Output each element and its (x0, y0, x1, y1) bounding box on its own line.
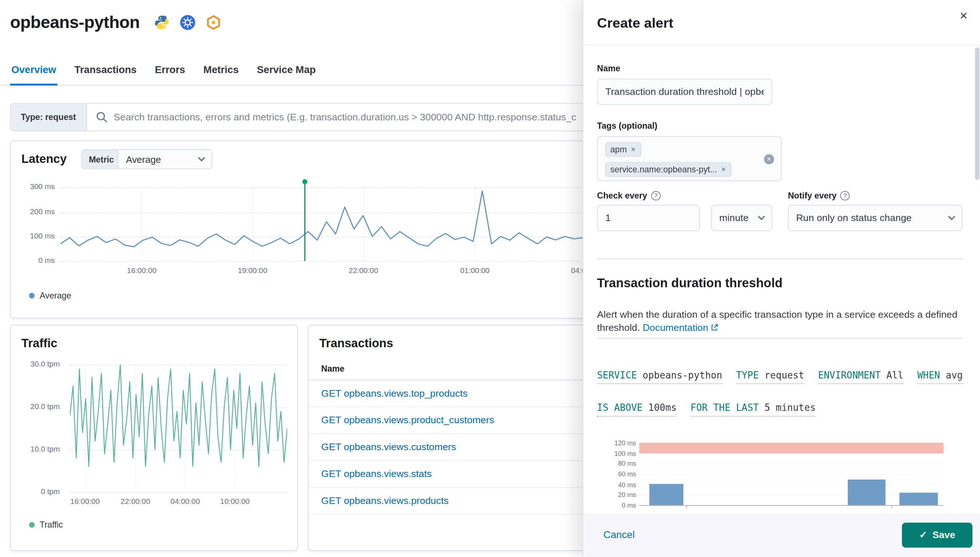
y-axis-label: 0 tpm (11, 487, 60, 496)
tab-transactions[interactable]: Transactions (73, 56, 138, 86)
python-icon (153, 15, 170, 31)
expression-environment[interactable]: ENVIRONMENT All (818, 370, 903, 384)
alert-type-description: Alert when the duration of a specific tr… (597, 308, 961, 334)
expression-keyword: SERVICE (597, 370, 637, 381)
tags-label: Tags (optional) (597, 121, 657, 130)
transaction-link[interactable]: GET opbeans.views.customers (321, 441, 456, 453)
latency-line-chart (60, 187, 583, 261)
annotation-dot[interactable] (302, 179, 307, 184)
y-axis-label: 40 ms (583, 480, 636, 488)
preview-bar (899, 493, 938, 505)
tag-label: apm (610, 145, 627, 154)
traffic-panel-title: Traffic (21, 337, 57, 350)
clear-tags-icon[interactable]: ✕ (764, 154, 774, 164)
check-every-unit-select[interactable]: minute (711, 205, 772, 231)
expression-value: 100ms (648, 402, 677, 414)
select-value: Run only on status change (796, 212, 912, 223)
threshold-preview-chart: 120 ms 100 ms 80 ms 60 ms 40 ms 20 ms 0 … (583, 437, 980, 509)
chevron-down-icon (758, 213, 765, 220)
x-axis-label: 04:00:00 (163, 497, 207, 506)
expression-service[interactable]: SERVICE opbeans-python (597, 370, 722, 384)
y-axis-label: 300 ms (11, 182, 55, 191)
name-label: Name (597, 64, 620, 73)
divider (597, 259, 962, 259)
external-link-icon (710, 324, 718, 332)
documentation-link[interactable]: Documentation (643, 322, 718, 333)
tag-remove-icon[interactable]: ✕ (631, 146, 636, 153)
y-axis-label: 60 ms (583, 470, 636, 478)
alert-expression-row: SERVICE opbeans-python TYPE request ENVI… (597, 370, 962, 384)
expression-value: request (765, 370, 804, 381)
legend-dot (29, 293, 35, 298)
transaction-link[interactable]: GET opbeans.views.stats (321, 468, 432, 480)
create-alert-flyout: Create alert ✕ Name Tags (optional) apm … (583, 0, 980, 557)
legend-label: Traffic (40, 520, 63, 530)
help-icon[interactable]: ? (651, 191, 660, 201)
legend-label: Average (40, 291, 71, 300)
expression-value: avg (946, 370, 963, 381)
cancel-button[interactable]: Cancel (603, 529, 635, 541)
notify-every-label: Notify every ? (788, 191, 850, 201)
transactions-panel-title: Transactions (320, 337, 393, 350)
traffic-panel: Traffic 30.0 tpm 20.0 tpm 10.0 tpm 0 tpm… (10, 325, 298, 551)
y-axis-label: 20.0 tpm (11, 402, 60, 411)
metric-select-value: Average (126, 154, 161, 164)
help-icon[interactable]: ? (840, 191, 850, 201)
divider (597, 338, 962, 339)
annotation-line (304, 184, 305, 261)
y-axis-label: 30.0 tpm (11, 360, 60, 368)
x-axis-label: 16:00:00 (123, 266, 161, 275)
tags-combobox[interactable]: apm ✕ service.name:opbeans-pyt... ✕ ✕ (597, 136, 781, 181)
documentation-link-text: Documentation (643, 322, 709, 333)
axis-tick (891, 506, 892, 508)
expression-keyword: TYPE (736, 370, 759, 381)
metric-select[interactable]: Average (118, 149, 212, 169)
expression-type[interactable]: TYPE request (736, 370, 804, 384)
x-axis-label: 10:00:00 (213, 497, 257, 506)
x-axis-line (639, 505, 943, 506)
x-axis-label: 19:00:00 (233, 266, 271, 275)
traffic-legend[interactable]: Traffic (29, 520, 63, 530)
search-icon (86, 104, 113, 130)
notify-every-select[interactable]: Run only on status change (788, 205, 962, 231)
service-title: opbeans-python (10, 13, 140, 32)
type-request-filter-chip[interactable]: Type: request (11, 104, 86, 130)
expression-keyword: IS ABOVE (597, 402, 642, 414)
latency-legend[interactable]: Average (29, 291, 71, 300)
expression-keyword: FOR THE LAST (690, 402, 759, 414)
preview-bar-chart (639, 443, 943, 505)
tag-remove-icon[interactable]: ✕ (721, 166, 726, 173)
scrollbar-thumb[interactable] (975, 48, 979, 180)
y-axis-label: 10.0 tpm (11, 445, 60, 453)
transaction-link[interactable]: GET opbeans.views.products (321, 495, 448, 507)
tab-overview[interactable]: Overview (10, 56, 57, 86)
page-header: opbeans-python (0, 0, 583, 45)
transaction-link[interactable]: GET opbeans.views.top_products (321, 388, 468, 399)
x-axis-label: 22:00:00 (114, 497, 158, 506)
tab-service-map[interactable]: Service Map (256, 56, 317, 86)
tag-pill: apm ✕ (605, 143, 641, 157)
check-every-input[interactable] (597, 205, 700, 231)
transaction-link[interactable]: GET opbeans.views.product_customers (321, 414, 494, 426)
expression-when[interactable]: WHEN avg (917, 370, 963, 384)
flyout-title: Create alert (597, 15, 673, 31)
expression-keyword: ENVIRONMENT (818, 370, 881, 381)
flyout-footer: Cancel ✓ Save (583, 513, 980, 557)
y-axis-label: 100 ms (11, 231, 55, 240)
close-icon[interactable]: ✕ (956, 9, 971, 24)
save-button[interactable]: ✓ Save (902, 523, 972, 548)
alert-type-title: Transaction duration threshold (597, 276, 783, 290)
legend-dot (29, 522, 35, 528)
expression-keyword: WHEN (917, 370, 940, 381)
tab-metrics[interactable]: Metrics (202, 56, 240, 86)
expression-for-the-last[interactable]: FOR THE LAST 5 minutes (690, 402, 815, 417)
tab-errors[interactable]: Errors (153, 56, 186, 86)
gcp-icon (205, 15, 222, 31)
alert-name-input[interactable] (597, 78, 772, 105)
expression-is-above[interactable]: IS ABOVE 100ms (597, 402, 677, 417)
kubernetes-icon (179, 15, 196, 31)
select-value: minute (719, 212, 748, 223)
latency-panel-title: Latency (21, 152, 67, 166)
check-every-label-text: Check every (597, 191, 647, 201)
x-axis-label: 22:00:00 (344, 266, 382, 275)
